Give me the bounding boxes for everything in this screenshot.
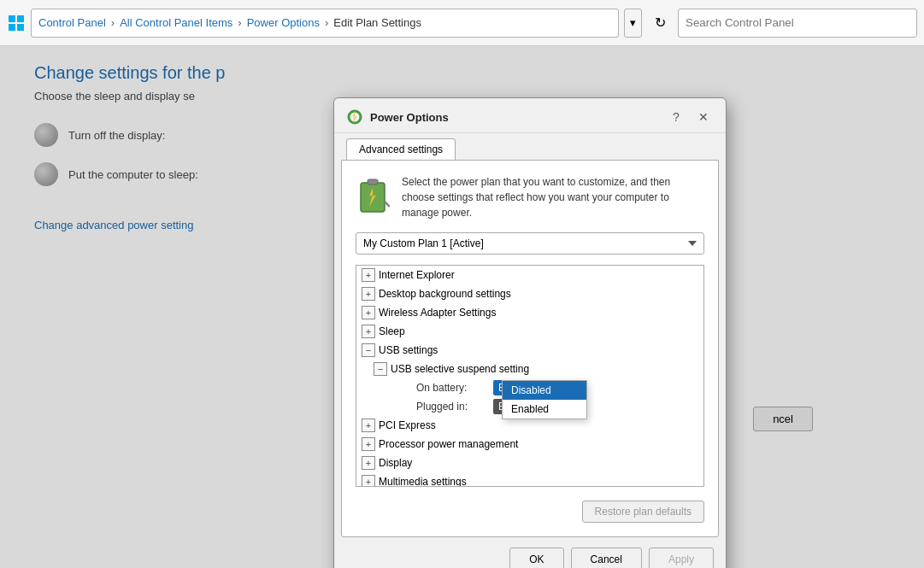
breadcrumb-dropdown-button[interactable]: ▾	[624, 9, 642, 38]
tree-item-usb[interactable]: − USB settings	[356, 341, 703, 360]
expand-icon-processor[interactable]: +	[362, 437, 375, 451]
search-input[interactable]	[678, 9, 917, 38]
tree-label-wireless: Wireless Adapter Settings	[379, 307, 496, 319]
dialog-titlebar: Power Options ? ✕	[334, 98, 726, 133]
breadcrumb: Control Panel › All Control Panel Items …	[31, 9, 619, 38]
dialog-battery-icon	[356, 174, 390, 215]
tree-label-display: Display	[379, 457, 412, 469]
expand-icon-usb-suspend[interactable]: −	[374, 362, 387, 376]
dialog-footer: OK Cancel Apply	[334, 537, 726, 568]
dialog-close-button[interactable]: ✕	[693, 107, 714, 127]
expand-icon-display[interactable]: +	[362, 456, 375, 470]
tree-item-processor[interactable]: + Processor power management	[356, 435, 703, 454]
tree-label-desktop: Desktop background settings	[379, 288, 511, 300]
svg-rect-1	[17, 15, 24, 22]
tree-item-wireless[interactable]: + Wireless Adapter Settings	[356, 303, 703, 322]
svg-marker-5	[353, 111, 356, 123]
dialog-power-icon	[346, 108, 363, 126]
svg-rect-7	[368, 179, 378, 184]
breadcrumb-all-items[interactable]: All Control Panel Items	[120, 16, 232, 29]
address-bar: Control Panel › All Control Panel Items …	[0, 0, 924, 46]
tree-label-usb: USB settings	[379, 344, 438, 356]
apply-button[interactable]: Apply	[649, 548, 714, 568]
tree-label-sleep: Sleep	[379, 325, 405, 337]
tree-container[interactable]: + Internet Explorer + Desktop background…	[356, 265, 704, 487]
dialog-help-button[interactable]: ?	[666, 107, 686, 127]
windows-icon	[7, 14, 26, 32]
dialog-description-text: Select the power plan that you want to c…	[402, 174, 704, 220]
tree-item-display[interactable]: + Display	[356, 454, 703, 472]
breadcrumb-control-panel[interactable]: Control Panel	[38, 16, 106, 29]
power-options-dialog: Power Options ? ✕ Advanced settings	[333, 97, 727, 568]
on-battery-label: On battery:	[416, 382, 493, 394]
dialog-body: Select the power plan that you want to c…	[341, 160, 719, 537]
ok-button[interactable]: OK	[509, 548, 563, 568]
dialog-tab-bar: Advanced settings	[334, 133, 726, 160]
expand-icon-multimedia[interactable]: +	[362, 475, 375, 487]
refresh-button[interactable]: ↻	[647, 10, 673, 36]
dialog-title-text: Power Options	[370, 111, 659, 124]
tree-item-internet-explorer[interactable]: + Internet Explorer	[356, 266, 703, 284]
tree-item-multimedia[interactable]: + Multimedia settings	[356, 472, 703, 487]
expand-icon-sleep[interactable]: +	[362, 325, 375, 338]
breadcrumb-edit-plan: Edit Plan Settings	[333, 16, 421, 29]
svg-rect-2	[9, 24, 15, 31]
main-content: Change settings for the p Choose the sle…	[0, 46, 924, 568]
svg-rect-0	[9, 15, 15, 22]
expand-icon-usb[interactable]: −	[362, 343, 375, 357]
restore-defaults-button[interactable]: Restore plan defaults	[582, 501, 704, 523]
tree-label-pci: PCI Express	[379, 419, 436, 431]
tree-label-multimedia: Multimedia settings	[379, 476, 467, 487]
breadcrumb-power-options[interactable]: Power Options	[247, 16, 320, 29]
on-battery-row: On battery: Enabled Disabled Enabled	[356, 378, 703, 397]
tree-item-desktop-bg[interactable]: + Desktop background settings	[356, 284, 703, 303]
expand-icon-ie[interactable]: +	[362, 268, 375, 282]
tab-advanced-settings[interactable]: Advanced settings	[346, 138, 456, 160]
tree-label-processor: Processor power management	[379, 438, 518, 450]
breadcrumb-sep-1: ›	[111, 16, 115, 29]
battery-dropdown-menu[interactable]: Disabled Enabled	[502, 380, 587, 419]
plugged-in-label: Plugged in:	[416, 401, 493, 413]
expand-icon-pci[interactable]: +	[362, 419, 375, 432]
plan-dropdown[interactable]: My Custom Plan 1 [Active]	[356, 232, 704, 255]
tree-label-usb-suspend: USB selective suspend setting	[391, 363, 529, 375]
svg-rect-3	[17, 24, 24, 31]
tree-item-sleep[interactable]: + Sleep	[356, 322, 703, 341]
breadcrumb-sep-3: ›	[325, 16, 328, 29]
dropdown-option-enabled[interactable]: Enabled	[503, 400, 586, 419]
cancel-button[interactable]: Cancel	[571, 548, 642, 568]
tree-label-ie: Internet Explorer	[379, 269, 455, 281]
expand-icon-wireless[interactable]: +	[362, 306, 375, 319]
expand-icon-desktop[interactable]: +	[362, 287, 375, 301]
dialog-description-row: Select the power plan that you want to c…	[356, 174, 704, 220]
tree-item-usb-suspend[interactable]: − USB selective suspend setting	[356, 360, 703, 378]
svg-line-9	[385, 202, 390, 207]
dropdown-option-disabled[interactable]: Disabled	[503, 381, 586, 400]
breadcrumb-sep-2: ›	[238, 16, 241, 29]
